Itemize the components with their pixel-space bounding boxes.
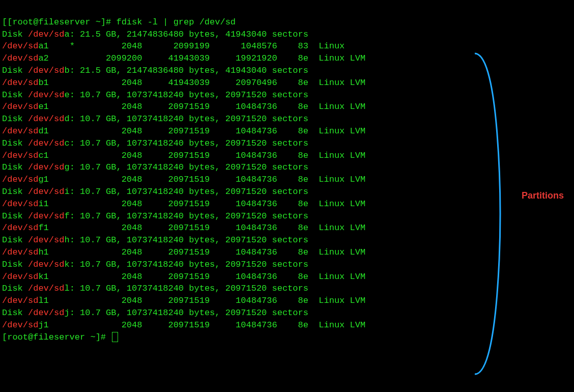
partition-line: /dev/sdh1 2048 20971519 10484736 8e Linu…: [2, 246, 572, 259]
disk-line: Disk /dev/sdg: 10.7 GB, 10737418240 byte…: [2, 161, 572, 174]
cursor: [112, 332, 118, 342]
partition-line: /dev/sdb1 2048 41943039 20970496 8e Linu…: [2, 77, 572, 89]
partition-line: /dev/sdl1 2048 20971519 10484736 8e Linu…: [2, 295, 572, 307]
device-highlight: /dev/sd: [28, 235, 64, 245]
partition-line: /dev/sdg1 2048 20971519 10484736 8e Linu…: [2, 174, 572, 186]
device-highlight: /dev/sd: [2, 199, 38, 209]
disk-line: Disk /dev/sdf: 10.7 GB, 10737418240 byte…: [2, 210, 572, 222]
device-highlight: /dev/sd: [2, 223, 38, 233]
device-highlight: /dev/sd: [2, 175, 38, 184]
disk-line: Disk /dev/sdc: 10.7 GB, 10737418240 byte…: [2, 137, 572, 150]
disk-line: Disk /dev/sdi: 10.7 GB, 10737418240 byte…: [2, 186, 572, 198]
partition-line: /dev/sdk1 2048 20971519 10484736 8e Linu…: [2, 271, 572, 283]
device-highlight: /dev/sd: [28, 284, 64, 293]
disk-line: Disk /dev/sde: 10.7 GB, 10737418240 byte…: [2, 89, 572, 101]
partition-line: /dev/sdc1 2048 20971519 10484736 8e Linu…: [2, 150, 572, 162]
disk-line: Disk /dev/sdj: 10.7 GB, 10737418240 byte…: [2, 307, 572, 319]
device-highlight: /dev/sd: [2, 126, 38, 136]
device-highlight: /dev/sd: [2, 102, 38, 111]
partition-line: /dev/sdd1 2048 20971519 10484736 8e Linu…: [2, 125, 572, 137]
device-highlight: /dev/sd: [2, 151, 38, 160]
device-highlight: /dev/sd: [28, 66, 64, 75]
disk-line: Disk /dev/sdh: 10.7 GB, 10737418240 byte…: [2, 234, 572, 246]
partition-line: /dev/sdj1 2048 20971519 10484736 8e Linu…: [2, 319, 572, 331]
device-highlight: /dev/sd: [28, 138, 64, 148]
device-highlight: /dev/sd: [28, 90, 64, 100]
device-highlight: /dev/sd: [28, 260, 64, 269]
partition-line: /dev/sdf1 2048 20971519 10484736 8e Linu…: [2, 222, 572, 234]
device-highlight: /dev/sd: [2, 41, 38, 51]
terminal-output[interactable]: [[root@fileserver ~]# fdisk -l | grep /d…: [0, 0, 574, 347]
output-lines: Disk /dev/sda: 21.5 GB, 21474836480 byte…: [2, 29, 572, 331]
disk-line: Disk /dev/sdl: 10.7 GB, 10737418240 byte…: [2, 283, 572, 295]
device-highlight: /dev/sd: [2, 247, 38, 257]
device-highlight: /dev/sd: [2, 53, 38, 63]
partition-line: /dev/sda1 * 2048 2099199 1048576 83 Linu…: [2, 40, 572, 52]
partition-line: /dev/sdi1 2048 20971519 10484736 8e Linu…: [2, 198, 572, 210]
disk-line: Disk /dev/sdb: 21.5 GB, 21474836480 byte…: [2, 65, 572, 77]
device-highlight: /dev/sd: [28, 162, 64, 172]
partition-line: /dev/sde1 2048 20971519 10484736 8e Linu…: [2, 101, 572, 113]
device-highlight: /dev/sd: [2, 296, 38, 305]
device-highlight: /dev/sd: [28, 114, 64, 124]
prompt-line: [[root@fileserver ~]# fdisk -l | grep /d…: [2, 17, 236, 27]
disk-line: Disk /dev/sda: 21.5 GB, 21474836480 byte…: [2, 29, 572, 41]
device-highlight: /dev/sd: [2, 78, 38, 88]
device-highlight: /dev/sd: [2, 320, 38, 330]
device-highlight: /dev/sd: [28, 211, 64, 221]
device-highlight: /dev/sd: [28, 30, 64, 39]
annotation-label: Partitions: [522, 189, 564, 202]
disk-line: Disk /dev/sdk: 10.7 GB, 10737418240 byte…: [2, 259, 572, 271]
partition-line: /dev/sda2 2099200 41943039 19921920 8e L…: [2, 52, 572, 65]
device-highlight: /dev/sd: [2, 272, 38, 282]
prompt-end: [root@fileserver ~]#: [2, 332, 111, 342]
device-highlight: /dev/sd: [28, 187, 64, 197]
disk-line: Disk /dev/sdd: 10.7 GB, 10737418240 byte…: [2, 113, 572, 125]
device-highlight: /dev/sd: [28, 308, 64, 318]
